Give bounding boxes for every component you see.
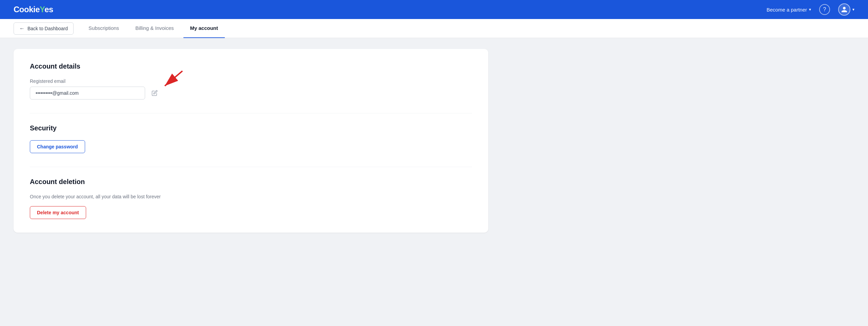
account-deletion-section: Account deletion Once you delete your ac… <box>30 178 472 219</box>
divider-1 <box>30 113 472 113</box>
email-input[interactable] <box>30 87 145 99</box>
account-details-title: Account details <box>30 62 472 70</box>
help-button[interactable]: ? <box>819 4 830 15</box>
deletion-description: Once you delete your account, all your d… <box>30 194 472 199</box>
tab-my-account[interactable]: My account <box>183 19 225 38</box>
navigation-bar: ← Back to Dashboard Subscriptions Billin… <box>0 19 868 38</box>
question-mark-icon: ? <box>823 6 826 13</box>
change-password-label: Change password <box>37 144 78 149</box>
become-partner-button[interactable]: Become a partner ▾ <box>767 7 811 13</box>
logo: CookieYes <box>14 5 53 14</box>
user-chevron-icon: ▾ <box>852 7 854 12</box>
back-to-dashboard-button[interactable]: ← Back to Dashboard <box>14 22 74 35</box>
tab-billing-invoices[interactable]: Billing & Invoices <box>129 19 180 38</box>
arrow-annotation <box>149 88 160 98</box>
tab-billing-invoices-label: Billing & Invoices <box>135 25 174 31</box>
edit-email-button[interactable] <box>149 88 160 98</box>
delete-account-button[interactable]: Delete my account <box>30 206 86 219</box>
chevron-down-icon: ▾ <box>809 7 811 12</box>
logo-text: CookieYes <box>14 5 53 14</box>
user-menu[interactable]: ▾ <box>838 3 854 16</box>
security-section: Security Change password <box>30 124 472 153</box>
avatar <box>838 3 850 16</box>
become-partner-label: Become a partner <box>767 7 807 13</box>
account-deletion-title: Account deletion <box>30 178 472 186</box>
change-password-button[interactable]: Change password <box>30 140 85 153</box>
main-content: Account details Registered email <box>0 38 868 243</box>
header-right: Become a partner ▾ ? ▾ <box>767 3 854 16</box>
back-label: Back to Dashboard <box>27 26 68 31</box>
email-field-label: Registered email <box>30 78 472 84</box>
tab-subscriptions[interactable]: Subscriptions <box>82 19 126 38</box>
pencil-icon <box>152 90 158 96</box>
back-arrow-icon: ← <box>19 25 25 32</box>
app-header: CookieYes Become a partner ▾ ? ▾ <box>0 0 868 19</box>
tab-subscriptions-label: Subscriptions <box>88 25 119 31</box>
tab-my-account-label: My account <box>190 25 218 31</box>
email-row <box>30 87 472 99</box>
user-icon <box>841 6 848 13</box>
divider-2 <box>30 167 472 167</box>
delete-account-label: Delete my account <box>37 210 79 215</box>
account-card: Account details Registered email <box>14 49 488 233</box>
account-details-section: Account details Registered email <box>30 62 472 99</box>
security-title: Security <box>30 124 472 132</box>
